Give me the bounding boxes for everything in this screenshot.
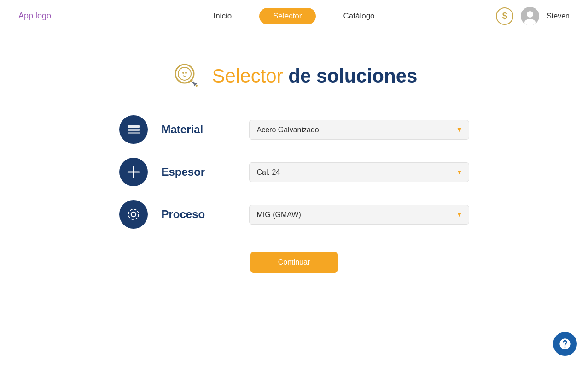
svg-point-5 bbox=[182, 72, 184, 74]
espesor-select-wrapper: Cal. 24 Cal. 22 Cal. 20 Cal. 18 ▼ bbox=[249, 162, 469, 182]
svg-rect-11 bbox=[128, 132, 140, 134]
title-selector: Selector bbox=[212, 65, 283, 87]
continuar-button[interactable]: Continuar bbox=[250, 252, 338, 273]
help-button[interactable] bbox=[553, 332, 577, 356]
nav-links: Inicio Selector Catálogo bbox=[92, 8, 496, 24]
title-icon bbox=[171, 60, 203, 92]
selector-form: Material Acero Galvanizado Acero Inoxida… bbox=[119, 115, 469, 229]
navbar: App logo Inicio Selector Catálogo $ Stev… bbox=[0, 0, 588, 32]
svg-point-15 bbox=[128, 209, 139, 219]
proceso-select[interactable]: MIG (GMAW) TIG (GTAW) MMA (SMAW) FCAW bbox=[249, 205, 469, 225]
app-logo[interactable]: App logo bbox=[18, 11, 92, 21]
nav-catalogo[interactable]: Catálogo bbox=[343, 12, 375, 21]
proceso-label: Proceso bbox=[162, 208, 235, 221]
help-icon bbox=[559, 337, 571, 350]
material-select[interactable]: Acero Galvanizado Acero Inoxidable Alumi… bbox=[249, 120, 469, 140]
nav-selector[interactable]: Selector bbox=[259, 8, 315, 24]
proceso-row: Proceso MIG (GMAW) TIG (GTAW) MMA (SMAW)… bbox=[119, 200, 469, 229]
espesor-icon bbox=[119, 158, 148, 186]
espesor-row: Espesor Cal. 24 Cal. 22 Cal. 20 Cal. 18 … bbox=[119, 158, 469, 186]
material-select-wrapper: Acero Galvanizado Acero Inoxidable Alumi… bbox=[249, 120, 469, 140]
nav-right: $ Steven bbox=[496, 7, 570, 25]
proceso-select-wrapper: MIG (GMAW) TIG (GTAW) MMA (SMAW) FCAW ▼ bbox=[249, 205, 469, 225]
espesor-select[interactable]: Cal. 24 Cal. 22 Cal. 20 Cal. 18 bbox=[249, 162, 469, 182]
nav-inicio[interactable]: Inicio bbox=[213, 12, 232, 21]
svg-point-6 bbox=[185, 72, 187, 74]
svg-point-4 bbox=[178, 67, 191, 80]
svg-rect-9 bbox=[128, 125, 140, 128]
material-icon bbox=[119, 115, 148, 144]
espesor-label: Espesor bbox=[162, 166, 235, 178]
main-content: Selector de soluciones Material Acero Ga… bbox=[0, 32, 588, 291]
page-title-row: Selector de soluciones bbox=[171, 60, 418, 92]
title-rest: de soluciones bbox=[283, 65, 418, 87]
user-name: Steven bbox=[547, 12, 570, 20]
dollar-icon[interactable]: $ bbox=[496, 7, 513, 25]
avatar bbox=[521, 7, 539, 25]
material-label: Material bbox=[162, 123, 235, 136]
page-title: Selector de soluciones bbox=[212, 65, 418, 87]
svg-point-14 bbox=[131, 212, 136, 217]
svg-rect-10 bbox=[128, 129, 140, 131]
material-row: Material Acero Galvanizado Acero Inoxida… bbox=[119, 115, 469, 144]
proceso-icon bbox=[119, 200, 148, 229]
svg-point-1 bbox=[527, 11, 533, 18]
